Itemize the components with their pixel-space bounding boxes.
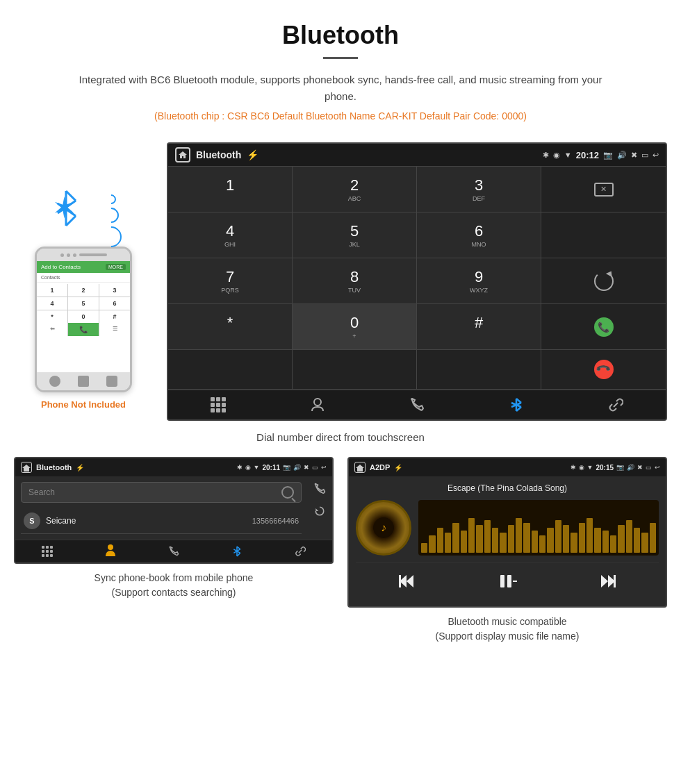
dial-key-hash[interactable]: #	[417, 304, 541, 350]
dial-num-4: 4	[174, 222, 286, 240]
call-green-icon: 📞	[594, 317, 614, 337]
pb-bottom-nav	[15, 540, 332, 562]
pb-bt-nav-icon	[232, 545, 242, 558]
dial-key-end-call[interactable]: 📞	[541, 350, 666, 390]
dial-key-7[interactable]: 7 PQRS	[168, 258, 293, 304]
dial-key-9[interactable]: 9 WXYZ	[417, 258, 541, 304]
link-icon	[608, 397, 623, 412]
svg-marker-13	[315, 508, 318, 511]
dial-num-5: 5	[298, 222, 411, 240]
svg-line-1	[66, 191, 76, 201]
home-icon[interactable]	[175, 147, 190, 162]
status-left: Bluetooth ⚡	[175, 147, 259, 162]
music-bt-icon: ✱	[571, 464, 576, 471]
call-red-icon: 📞	[590, 356, 618, 383]
svg-marker-19	[356, 465, 364, 472]
phone-dot2	[67, 253, 70, 257]
pb-time: 20:11	[262, 464, 280, 472]
phonebook-area: Search S Seicane 13566664466	[15, 476, 332, 540]
dial-key-empty-last1	[168, 350, 293, 390]
music-home-svg	[355, 464, 365, 472]
pb-nav-phone[interactable]	[142, 544, 205, 558]
dial-key-4[interactable]: 4 GHI	[168, 212, 293, 258]
phone-key-3: 3	[99, 284, 130, 297]
next-button[interactable]	[596, 569, 621, 594]
waveform-bar	[523, 523, 530, 553]
bluetooth-info: (Bluetooth chip : CSR BC6 Default Blueto…	[14, 110, 667, 122]
phonebook-screen: Bluetooth ⚡ ✱ ◉ ▼ 20:11 📷 🔊 ✖ ▭ ↩	[14, 457, 334, 564]
dial-key-8[interactable]: 8 TUV	[293, 258, 417, 304]
side-call-svg	[313, 483, 326, 495]
music-content: Escape (The Pina Colada Song) ♪	[349, 476, 666, 606]
waveform-bar	[579, 523, 585, 553]
dial-num-1: 1	[174, 176, 286, 194]
phonebook-content: Search S Seicane 13566664466	[15, 476, 307, 540]
pb-nav-link[interactable]	[269, 544, 332, 558]
camera-icon: 📷	[603, 151, 613, 160]
rect-icon: ▭	[641, 151, 648, 160]
pb-back-icon: ↩	[321, 464, 327, 471]
dial-key-backspace[interactable]	[541, 167, 666, 212]
phone-section: ✶	[14, 142, 153, 421]
nav-dialpad[interactable]	[168, 397, 268, 412]
dial-sub-6: MNO	[422, 241, 535, 248]
svg-line-3	[66, 216, 76, 226]
music-home-icon[interactable]	[354, 462, 366, 473]
dial-key-empty-2	[541, 212, 666, 258]
music-status-bar: A2DP ⚡ ✱ ◉ ▼ 20:15 📷 🔊 ✖ ▭ ↩	[349, 458, 666, 476]
music-disc-inner: ♪	[373, 517, 394, 538]
phone-key-2: 2	[68, 284, 99, 297]
music-screen: A2DP ⚡ ✱ ◉ ▼ 20:15 📷 🔊 ✖ ▭ ↩ Escape (The…	[347, 457, 667, 608]
pb-side-refresh-icon[interactable]	[310, 501, 329, 521]
page-header: Bluetooth Integrated with BC6 Bluetooth …	[0, 0, 681, 142]
contact-row[interactable]: S Seicane 13566664466	[21, 508, 302, 534]
dial-key-0[interactable]: 0 +	[293, 304, 417, 350]
pb-home-icon[interactable]	[21, 462, 32, 473]
music-x-icon: ✖	[637, 464, 643, 471]
waveform-bar	[563, 525, 569, 553]
play-pause-button[interactable]	[495, 569, 520, 594]
nav-contacts[interactable]	[268, 397, 367, 412]
phone-mockup: Add to Contacts MORE Contacts 1 2 3 4 5 …	[35, 247, 132, 392]
dial-key-refresh[interactable]	[541, 258, 666, 304]
dial-num-6: 6	[422, 222, 535, 240]
prev-button[interactable]	[394, 569, 419, 594]
nav-link[interactable]	[566, 397, 666, 412]
dial-key-3[interactable]: 3 DEF	[417, 167, 541, 212]
android-bottom-nav	[168, 390, 666, 419]
svg-marker-21	[407, 575, 413, 587]
phone-nav-icon-2	[78, 376, 89, 387]
pb-nav-contacts[interactable]	[79, 544, 142, 558]
phone-nav-icon-3	[106, 376, 117, 387]
phone-key-5: 5	[68, 297, 99, 310]
status-right: ✱ ◉ ▼ 20:12 📷 🔊 ✖ ▭ ↩	[543, 150, 659, 160]
android-status-bar: Bluetooth ⚡ ✱ ◉ ▼ 20:12 📷 🔊 ✖ ▭ ↩	[168, 144, 666, 166]
pb-nav-dialpad[interactable]	[15, 544, 79, 558]
dial-key-6[interactable]: 6 MNO	[417, 212, 541, 258]
bluetooth-wave-area: ✶	[45, 184, 122, 240]
pb-link-icon	[295, 546, 306, 557]
svg-rect-24	[507, 575, 511, 587]
music-caption-line2: (Support display music file name)	[436, 631, 580, 642]
nav-phone[interactable]	[367, 397, 466, 412]
dial-key-star[interactable]: *	[168, 304, 293, 350]
phonebook-caption: Sync phone-book from mobile phone (Suppo…	[95, 571, 254, 600]
pb-nav-bluetooth[interactable]	[206, 544, 269, 558]
music-sig-icon: ▼	[587, 464, 593, 471]
dial-key-call[interactable]: 📞	[541, 304, 666, 350]
pb-title: Bluetooth	[36, 463, 72, 472]
phone-call-btn: 📞	[68, 323, 99, 336]
search-bar[interactable]: Search	[21, 482, 302, 503]
music-status-left: A2DP ⚡	[354, 462, 402, 473]
nav-bluetooth[interactable]	[467, 397, 566, 412]
waveform-bar	[634, 528, 640, 553]
waveform-bar	[452, 523, 459, 553]
dial-sub-5: JKL	[298, 241, 411, 248]
pb-side-call-icon[interactable]	[310, 479, 329, 499]
dial-key-2[interactable]: 2 ABC	[293, 167, 417, 212]
bluetooth-status-icon: ✱	[543, 151, 549, 160]
dial-caption: Dial number direct from touchscreen	[0, 431, 681, 443]
location-icon: ◉	[553, 151, 560, 160]
dial-key-5[interactable]: 5 JKL	[293, 212, 417, 258]
dial-key-1[interactable]: 1	[168, 167, 293, 212]
